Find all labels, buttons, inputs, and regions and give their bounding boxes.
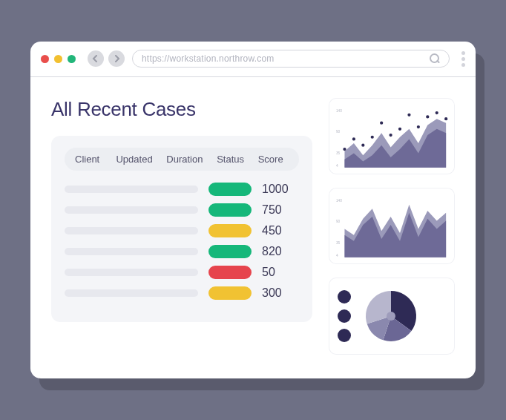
svg-text:90: 90 bbox=[336, 220, 341, 223]
legend-dot-icon bbox=[338, 290, 351, 303]
minimize-icon[interactable] bbox=[54, 55, 62, 63]
maximize-icon[interactable] bbox=[68, 55, 76, 63]
svg-text:35: 35 bbox=[336, 241, 341, 245]
table-header-row: Client Updated Duration Status Score bbox=[65, 148, 299, 171]
legend-dot-icon bbox=[338, 309, 351, 323]
svg-point-14 bbox=[436, 111, 438, 114]
status-pill bbox=[208, 183, 252, 196]
svg-point-12 bbox=[417, 125, 420, 128]
svg-point-9 bbox=[389, 133, 392, 136]
url-text: https://workstation.northrow.com bbox=[142, 53, 274, 64]
mini-chart-2: 43590140 bbox=[329, 188, 455, 264]
svg-point-10 bbox=[398, 127, 401, 130]
svg-text:90: 90 bbox=[336, 129, 341, 133]
status-pill bbox=[208, 266, 252, 279]
svg-point-11 bbox=[407, 113, 410, 116]
mini-chart-pie bbox=[329, 278, 455, 355]
status-pill bbox=[208, 286, 252, 300]
col-updated: Updated bbox=[116, 154, 159, 165]
table-row[interactable]: 450 bbox=[65, 224, 299, 237]
pie-chart bbox=[361, 286, 421, 346]
svg-text:140: 140 bbox=[336, 199, 342, 203]
svg-point-13 bbox=[426, 115, 429, 118]
score-value: 50 bbox=[262, 266, 299, 279]
svg-point-8 bbox=[380, 121, 383, 124]
row-placeholder-bar bbox=[65, 289, 198, 297]
score-value: 1000 bbox=[262, 183, 299, 196]
score-value: 820 bbox=[262, 245, 299, 258]
col-score: Score bbox=[258, 154, 289, 165]
search-icon[interactable] bbox=[430, 53, 440, 64]
status-pill bbox=[208, 203, 252, 217]
col-duration: Duration bbox=[166, 154, 209, 165]
svg-point-7 bbox=[371, 135, 374, 138]
cases-table-card: Client Updated Duration Status Score 100… bbox=[51, 136, 312, 322]
score-value: 300 bbox=[262, 286, 299, 300]
row-placeholder-bar bbox=[65, 227, 198, 234]
nav-arrows bbox=[88, 50, 125, 67]
address-bar[interactable]: https://workstation.northrow.com bbox=[132, 50, 450, 68]
page-title: All Recent Cases bbox=[51, 98, 312, 121]
browser-window: https://workstation.northrow.com All Rec… bbox=[30, 42, 476, 379]
col-status: Status bbox=[217, 154, 250, 165]
legend-dot-icon bbox=[338, 329, 351, 342]
row-placeholder-bar bbox=[65, 206, 198, 214]
pie-legend bbox=[338, 290, 351, 342]
svg-text:140: 140 bbox=[336, 109, 342, 113]
mini-chart-1: 43590140 bbox=[329, 98, 455, 174]
col-client: Client bbox=[75, 154, 108, 165]
back-button[interactable] bbox=[88, 50, 104, 67]
svg-text:4: 4 bbox=[336, 254, 338, 257]
svg-point-20 bbox=[387, 312, 395, 321]
traffic-lights bbox=[41, 55, 76, 63]
forward-button[interactable] bbox=[108, 50, 125, 67]
row-placeholder-bar bbox=[65, 269, 198, 276]
svg-text:35: 35 bbox=[336, 151, 341, 155]
svg-point-6 bbox=[361, 143, 364, 146]
svg-point-15 bbox=[444, 117, 447, 120]
table-row[interactable]: 300 bbox=[65, 286, 299, 300]
table-row[interactable]: 1000 bbox=[65, 183, 299, 196]
close-icon[interactable] bbox=[41, 55, 49, 63]
browser-chrome: https://workstation.northrow.com bbox=[30, 42, 476, 77]
svg-point-5 bbox=[352, 137, 355, 140]
score-value: 450 bbox=[262, 224, 299, 237]
row-placeholder-bar bbox=[65, 186, 198, 193]
score-value: 750 bbox=[262, 203, 299, 217]
row-placeholder-bar bbox=[65, 248, 198, 255]
table-row[interactable]: 820 bbox=[65, 245, 299, 258]
status-pill bbox=[208, 245, 252, 258]
status-pill bbox=[208, 224, 252, 237]
table-row[interactable]: 750 bbox=[65, 203, 299, 217]
menu-icon[interactable] bbox=[461, 51, 465, 67]
svg-text:4: 4 bbox=[336, 164, 338, 168]
page-body: All Recent Cases Client Updated Duration… bbox=[30, 77, 476, 379]
svg-point-4 bbox=[343, 148, 346, 151]
table-row[interactable]: 50 bbox=[65, 266, 299, 279]
